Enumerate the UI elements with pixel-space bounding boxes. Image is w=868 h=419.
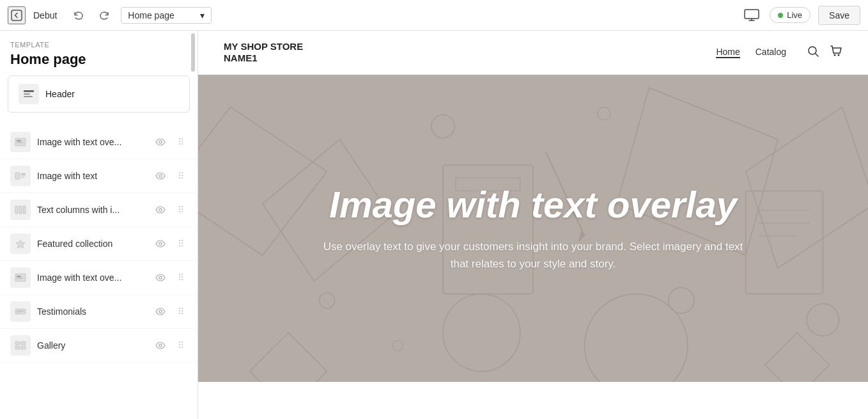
store-nav-actions (807, 45, 842, 61)
nav-item-catalog[interactable]: Catalog (756, 47, 786, 58)
hero-title: Image with text overlay (322, 184, 744, 225)
live-button[interactable]: Live (770, 7, 810, 23)
eye-icon[interactable] (153, 274, 168, 281)
page-title: Home page (0, 51, 198, 75)
topbar: Debut Home page ▾ Live Save (0, 0, 868, 31)
nav-item-home[interactable]: Home (716, 47, 740, 58)
gallery-icon (10, 335, 31, 356)
template-label: TEMPLATE (0, 31, 198, 51)
svg-rect-7 (17, 142, 23, 143)
svg-marker-55 (250, 333, 327, 382)
svg-rect-11 (21, 175, 26, 176)
svg-point-31 (159, 344, 162, 347)
svg-point-52 (598, 107, 610, 120)
sidebar-item-testimonials[interactable]: Testimonials ⠿ (0, 295, 198, 329)
page-selector-label: Home page (128, 10, 174, 20)
store-nav: Home Catalog (716, 47, 786, 58)
save-button[interactable]: Save (818, 6, 860, 25)
svg-rect-23 (15, 309, 26, 314)
svg-rect-27 (15, 342, 20, 345)
svg-point-8 (159, 141, 162, 143)
eye-icon[interactable] (153, 138, 168, 146)
testimonials-icon (10, 301, 31, 322)
sidebar-item-featured-collection[interactable]: Featured collection ⠿ (0, 227, 198, 261)
svg-rect-3 (24, 93, 30, 95)
undo-button[interactable] (70, 6, 88, 24)
sidebar: TEMPLATE Home page Header (0, 31, 198, 419)
eye-icon[interactable] (153, 172, 168, 180)
drag-icon[interactable]: ⠿ (174, 171, 187, 181)
eye-icon[interactable] (153, 206, 168, 214)
page-selector[interactable]: Home page ▾ (121, 7, 211, 24)
hero-section: Image with text overlay Use overlay text… (198, 75, 868, 382)
sidebar-item-label: Featured collection (37, 239, 146, 249)
featured-collection-icon (10, 233, 31, 254)
svg-point-54 (443, 294, 520, 372)
image-text-overlay-icon-2 (10, 267, 31, 288)
drag-icon[interactable]: ⠿ (174, 205, 187, 215)
back-button[interactable] (8, 6, 26, 24)
svg-point-34 (838, 54, 840, 56)
drag-icon[interactable]: ⠿ (174, 306, 187, 317)
eye-icon[interactable] (153, 342, 168, 349)
sidebar-item-gallery[interactable]: Gallery ⠿ (0, 329, 198, 363)
svg-rect-14 (15, 206, 18, 214)
store-header: MY SHOP STORE NAME1 Home Catalog (198, 31, 868, 75)
svg-rect-15 (19, 206, 22, 214)
search-icon[interactable] (807, 45, 819, 61)
sidebar-item-header[interactable]: Header (8, 75, 190, 113)
sidebar-item-label: Gallery (37, 340, 146, 351)
monitor-icon[interactable] (741, 6, 762, 24)
preview-area: MY SHOP STORE NAME1 Home Catalog (198, 31, 868, 419)
svg-rect-21 (17, 278, 23, 279)
svg-rect-16 (23, 206, 26, 214)
svg-rect-20 (17, 276, 21, 277)
header-label: Header (45, 89, 75, 99)
main-layout: TEMPLATE Home page Header (0, 31, 868, 419)
drag-icon[interactable]: ⠿ (174, 340, 187, 351)
svg-point-39 (392, 340, 403, 351)
text-columns-icon (10, 200, 31, 220)
image-text-overlay-icon-1 (10, 132, 31, 152)
svg-rect-28 (21, 342, 26, 345)
svg-point-37 (431, 115, 454, 138)
svg-rect-24 (17, 311, 24, 312)
svg-point-46 (669, 288, 694, 313)
drag-icon[interactable]: ⠿ (174, 137, 187, 147)
svg-rect-25 (17, 312, 22, 313)
hero-subtitle: Use overlay text to give your customers … (322, 238, 744, 273)
image-text-icon (10, 166, 31, 186)
svg-point-33 (834, 54, 836, 56)
sidebar-item-label: Text columns with i... (37, 205, 146, 215)
svg-point-53 (807, 304, 839, 336)
cart-icon[interactable] (830, 45, 842, 61)
drag-icon[interactable]: ⠿ (174, 273, 187, 283)
store-logo-line1: MY SHOP STORE (224, 41, 716, 52)
live-label: Live (787, 10, 802, 20)
eye-icon[interactable] (153, 240, 168, 248)
chevron-down-icon: ▾ (200, 10, 205, 20)
sidebar-item-label: Image with text ove... (37, 137, 146, 147)
svg-rect-2 (24, 90, 34, 92)
sidebar-item-image-with-text-overlay-2[interactable]: Image with text ove... ⠿ (0, 261, 198, 295)
eye-icon[interactable] (153, 308, 168, 315)
store-preview: MY SHOP STORE NAME1 Home Catalog (198, 31, 868, 419)
store-logo-line2: NAME1 (224, 52, 716, 64)
sidebar-item-image-with-text[interactable]: Image with text ⠿ (0, 159, 198, 193)
header-section-icon (19, 84, 39, 104)
svg-marker-35 (198, 107, 327, 255)
live-indicator (778, 13, 783, 18)
svg-rect-29 (15, 346, 20, 349)
svg-rect-9 (15, 173, 20, 179)
redo-button[interactable] (95, 6, 113, 24)
svg-point-13 (159, 175, 162, 177)
svg-rect-0 (12, 10, 22, 20)
svg-point-47 (585, 294, 688, 382)
svg-rect-1 (745, 10, 759, 19)
drag-icon[interactable]: ⠿ (174, 239, 187, 249)
store-logo: MY SHOP STORE NAME1 (224, 41, 716, 64)
sidebar-item-text-columns[interactable]: Text columns with i... ⠿ (0, 193, 198, 227)
sidebar-item-image-with-text-overlay-1[interactable]: Image with text ove... ⠿ (0, 125, 198, 159)
app-title: Debut (33, 10, 57, 20)
svg-rect-6 (17, 140, 21, 141)
